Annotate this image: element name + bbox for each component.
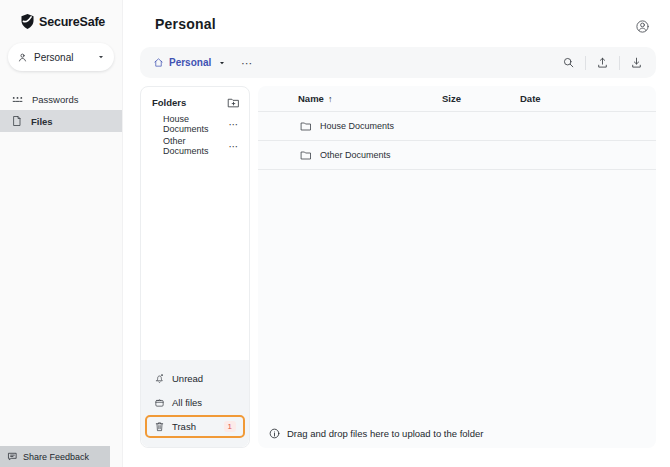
- chevron-down-icon: [97, 53, 105, 61]
- app-sidebar: SecureSafe Personal Passwords: [0, 0, 123, 467]
- shortcut-label: All files: [172, 397, 202, 408]
- download-icon[interactable]: [630, 56, 643, 69]
- column-header-name[interactable]: Name ↑: [258, 93, 442, 104]
- folders-panel-title: Folders: [152, 97, 186, 108]
- sort-asc-icon: ↑: [328, 94, 333, 104]
- app-logo: SecureSafe: [0, 0, 122, 30]
- chevron-down-icon[interactable]: [218, 59, 226, 67]
- shortcut-trash[interactable]: Trash 1: [145, 415, 245, 438]
- sidebar-nav: Passwords Files: [0, 88, 122, 132]
- account-circle-icon[interactable]: [635, 19, 650, 34]
- person-icon: [17, 52, 28, 63]
- trash-count-badge: 1: [224, 421, 236, 432]
- folder-shortcuts: Unread All files Trash 1: [141, 360, 249, 447]
- app-name: SecureSafe: [39, 15, 105, 29]
- more-icon[interactable]: ⋯: [229, 119, 240, 130]
- more-icon[interactable]: ⋯: [229, 141, 240, 152]
- archive-box-icon: [154, 397, 165, 408]
- row-name-cell: House Documents: [258, 120, 442, 132]
- search-icon[interactable]: [562, 56, 575, 69]
- toolbar-divider: [585, 56, 586, 70]
- folder-tree-item-label: House Documents: [163, 114, 229, 134]
- shortcut-label: Unread: [172, 373, 203, 384]
- row-name-label: Other Documents: [320, 150, 391, 160]
- sidebar-item-label: Passwords: [32, 94, 78, 105]
- column-header-size[interactable]: Size: [442, 93, 520, 104]
- table-header: Name ↑ Size Date: [258, 86, 656, 112]
- password-dots-icon: [11, 93, 24, 106]
- share-feedback-label: Share Feedback: [23, 452, 89, 462]
- upload-icon[interactable]: [596, 56, 609, 69]
- folders-panel: Folders House Documents ⋯ Other Document…: [140, 86, 250, 448]
- sidebar-item-label: Files: [31, 116, 53, 127]
- folder-tree-item[interactable]: House Documents ⋯: [141, 113, 249, 135]
- new-folder-icon[interactable]: [227, 96, 240, 109]
- shield-logo-icon: [19, 13, 36, 30]
- sidebar-item-passwords[interactable]: Passwords: [0, 88, 122, 110]
- shortcut-unread[interactable]: Unread: [145, 367, 245, 390]
- breadcrumb-toolbar: Personal ⋯: [140, 47, 656, 78]
- files-table-panel: Name ↑ Size Date House Documents Other D…: [258, 86, 656, 448]
- folder-tree-item[interactable]: Other Documents ⋯: [141, 135, 249, 157]
- document-icon: [11, 115, 23, 127]
- shortcut-label: Trash: [172, 421, 196, 432]
- row-name-label: House Documents: [320, 121, 394, 131]
- breadcrumb-label: Personal: [169, 57, 211, 68]
- toolbar-divider: [619, 56, 620, 70]
- table-row[interactable]: Other Documents: [258, 141, 656, 170]
- page-title: Personal: [155, 16, 216, 32]
- folder-icon: [300, 120, 312, 132]
- shortcut-all-files[interactable]: All files: [145, 391, 245, 414]
- breadcrumb-personal[interactable]: Personal: [153, 57, 226, 68]
- account-switcher[interactable]: Personal: [8, 43, 114, 71]
- folders-panel-header: Folders: [141, 87, 249, 113]
- home-icon: [153, 57, 164, 68]
- more-icon[interactable]: ⋯: [241, 58, 253, 68]
- toolbar-actions: [562, 56, 643, 70]
- chat-bubble-icon: [7, 451, 18, 462]
- folder-tree-item-label: Other Documents: [163, 136, 229, 156]
- bell-icon: [154, 373, 165, 384]
- drag-drop-hint: Drag and drop files here to upload to th…: [269, 428, 483, 439]
- info-icon: [269, 428, 280, 439]
- drag-drop-hint-text: Drag and drop files here to upload to th…: [287, 428, 483, 439]
- sidebar-item-files[interactable]: Files: [0, 110, 122, 132]
- folder-icon: [300, 149, 312, 161]
- account-switcher-label: Personal: [34, 52, 73, 63]
- column-header-date[interactable]: Date: [520, 93, 656, 104]
- column-label: Name: [298, 93, 324, 104]
- share-feedback-button[interactable]: Share Feedback: [0, 446, 110, 467]
- table-row[interactable]: House Documents: [258, 112, 656, 141]
- trash-icon: [154, 421, 165, 432]
- row-name-cell: Other Documents: [258, 149, 442, 161]
